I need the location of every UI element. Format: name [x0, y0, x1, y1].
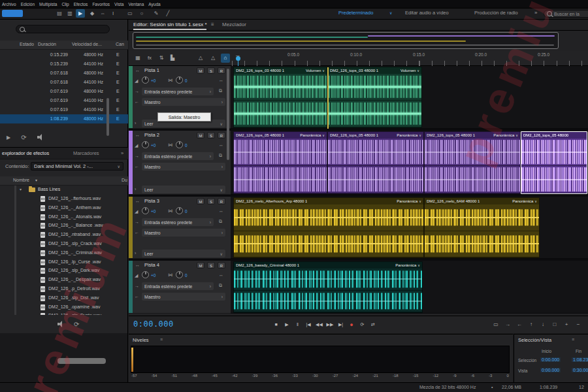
output-selector[interactable]: Maestro› [142, 163, 225, 171]
play-icon[interactable]: ▶ [7, 135, 10, 140]
tree-file-row[interactable]: DM2_126_.._Balance .wav [0, 221, 128, 230]
track-arm-button[interactable]: R [218, 262, 225, 269]
clip-param[interactable]: Volumen [306, 69, 321, 73]
record-button[interactable]: ● [347, 320, 357, 329]
output-selector[interactable]: Maestro› [142, 229, 225, 237]
tree-file-row[interactable]: DM2_126_.ntraband .wav [0, 231, 128, 239]
pan-knob[interactable] [176, 271, 183, 278]
track-arm-button[interactable]: R [218, 67, 225, 74]
stop-button[interactable]: ■ [271, 320, 281, 329]
workspace-editar-audio-a-v-deo[interactable]: Editar audio a vídeo [405, 10, 449, 16]
volume-knob[interactable] [142, 141, 149, 148]
patch-icon[interactable]: ⧉ [219, 153, 222, 158]
tracks-scrollbar[interactable] [227, 69, 229, 160]
track-arm-button[interactable]: R [218, 132, 225, 139]
file-row[interactable]: 0:07.61844100 HzE [0, 78, 128, 87]
session-overview-bar[interactable] [133, 32, 559, 49]
workspace-predeterminado[interactable]: Predeterminado [338, 10, 373, 16]
audio-clip[interactable]: DM2_126_tops_03 48000 1Volumen∨ [327, 67, 422, 128]
tree-file-row[interactable]: DM2_126_.slp_Dist .wav [0, 294, 128, 302]
zoom-out-icon[interactable]: − [574, 321, 583, 329]
audio-clip[interactable]: DM2_126_tops_05 48000 1Panorámica∨ [327, 131, 424, 194]
tab-explorador-de-efectos[interactable]: explorador de efectos [2, 150, 49, 156]
patch-icon[interactable]: ⧉ [219, 88, 222, 93]
pencil-tool[interactable]: ✎ [152, 9, 161, 18]
automation-mode-selector[interactable]: Leer∨ [142, 250, 225, 257]
file-row[interactable]: 0:15.23944100 HzE [0, 59, 128, 69]
tree-file-row[interactable]: DM2_126_..fterhours.wav [0, 195, 128, 203]
slip-tool[interactable]: ⇔ [98, 9, 107, 18]
pan-knob[interactable] [176, 207, 183, 214]
keyframes-icon[interactable]: ↔ [219, 272, 223, 277]
clip-param[interactable]: Panorámica [512, 199, 533, 203]
tree-file-row[interactable]: DM2_126_.._Despair.wav [0, 276, 128, 284]
volume-knob[interactable] [142, 207, 149, 214]
track-mute-button[interactable]: M [197, 198, 204, 204]
patch-icon[interactable]: ⧉ [219, 283, 222, 288]
files-search-input[interactable] [16, 25, 110, 33]
time-display[interactable]: 0:00.000 [133, 319, 174, 329]
keyframes-icon[interactable]: ↔ [219, 208, 223, 213]
clip-param[interactable]: Panorámica [493, 133, 514, 137]
clip-param[interactable]: Volumen [400, 69, 416, 73]
menu-ayuda[interactable]: Ayuda [148, 2, 160, 7]
go-to-end-button[interactable]: ▶| [336, 320, 346, 329]
skip-selection-button[interactable]: ⇄ [368, 320, 378, 329]
pan-knob[interactable] [176, 76, 183, 84]
loop-icon[interactable]: ⟳ [74, 321, 79, 328]
zoom-in-amplitude-icon[interactable]: ↑ [527, 321, 536, 329]
metronome-icon[interactable]: △ [208, 54, 218, 63]
zoom-in-time-icon[interactable]: → [503, 321, 512, 329]
seleccion-inicio-value[interactable]: 0:00.000 [540, 357, 561, 362]
routing-icon[interactable]: ⇅ [157, 54, 166, 63]
pan-knob[interactable] [176, 141, 183, 148]
workspace-overflow-icon[interactable]: » [534, 10, 537, 16]
menu-ventana[interactable]: Ventana [128, 2, 144, 7]
patch-icon[interactable]: ⧉ [219, 219, 222, 224]
play-button[interactable]: ▶ [282, 320, 292, 329]
clip-param[interactable]: Panorámica [395, 263, 416, 267]
autoplay-speaker-icon[interactable] [37, 134, 44, 140]
zoom-in-icon[interactable]: + [562, 321, 571, 329]
tab-mezclador[interactable]: Mezclador [222, 22, 246, 27]
track-arm-button[interactable]: R [218, 198, 225, 204]
lasso-tool[interactable]: ○ [137, 9, 146, 18]
tree-file-row[interactable]: DM2_126_.._Criminal.wav [0, 249, 128, 257]
automation-expand-icon[interactable]: › [135, 187, 136, 191]
track-mute-button[interactable]: M [197, 67, 204, 74]
go-to-start-button[interactable]: |◀ [304, 320, 314, 329]
input-selector[interactable]: Entrada estéreo predete› [142, 88, 214, 95]
keyframes-icon[interactable]: ↔ [219, 78, 223, 82]
vista-fin-value[interactable]: 0:30.000 [572, 368, 588, 372]
automation-mode-selector[interactable]: Leer∨ [142, 186, 225, 193]
seleccion-fin-value[interactable]: 1:08.239 [572, 357, 588, 362]
track-name[interactable]: Pista 1 [144, 67, 159, 73]
column-nombre[interactable]: Nombre [13, 178, 29, 182]
vista-inicio-value[interactable]: 0:00.000 [540, 368, 561, 372]
menu-favoritos[interactable]: Favoritos [92, 2, 110, 7]
snap-to-clip-icon[interactable]: ⌂ [221, 54, 230, 63]
menu-vista[interactable]: Vista [114, 2, 123, 7]
zoom-out-full-icon[interactable]: ▭ [491, 321, 500, 329]
track-mute-button[interactable]: M [197, 262, 204, 269]
track-solo-button[interactable]: S [207, 67, 215, 74]
menu-multipista[interactable]: Multipista [39, 2, 57, 7]
audio-clip[interactable]: DM2_126_bassdy_Criminal 48000 1Panorámic… [233, 261, 423, 313]
audio-clip[interactable]: DM2_126_tops_03 48000 1Volumen∨ [233, 67, 327, 128]
track-solo-button[interactable]: S [207, 132, 215, 139]
move-tool[interactable]: ▶ [76, 9, 85, 18]
video-panel-icon[interactable]: ▙ [168, 54, 177, 63]
panel-menu-icon[interactable]: ≡ [160, 337, 163, 342]
volume-knob[interactable] [142, 271, 149, 278]
tab-marcadores[interactable]: Marcadores [73, 150, 99, 156]
pause-button[interactable]: ‖ [293, 320, 302, 329]
preview-speaker-icon[interactable] [57, 321, 65, 327]
automation-expand-icon[interactable]: › [135, 251, 136, 255]
tree-folder-row[interactable]: ▾Bass Lines [0, 186, 128, 194]
audio-clip[interactable]: DM2_126_tops_05 48000 1Panorámica∨ [233, 131, 327, 194]
marquee-tool[interactable]: ▭ [125, 9, 135, 18]
clip-param[interactable]: Panorámica [397, 199, 417, 203]
tree-file-row[interactable]: DM2_126_.._Anthem.wav [0, 204, 128, 212]
tree-file-row[interactable]: DM2_126_.p_Detroit.wav [0, 285, 128, 293]
tree-file-row[interactable]: DM2_126_.._Atonalis.wav [0, 213, 128, 221]
